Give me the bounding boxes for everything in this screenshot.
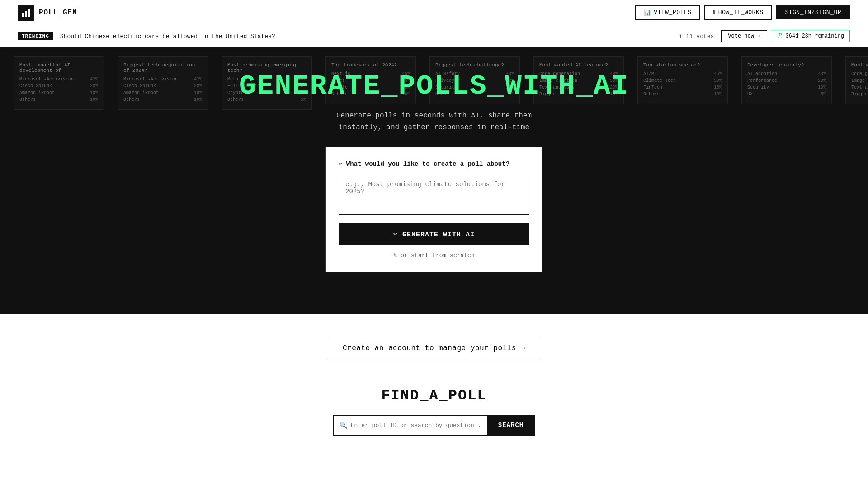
timer-badge: ⏱ 364d 23h remaining	[771, 30, 850, 42]
bg-poll-card: Biggest tech acquisition of 2024?Microso…	[118, 56, 208, 110]
how-it-works-button[interactable]: ℹ HOW_IT_WORKS	[704, 5, 772, 20]
bg-poll-item: FinTech15%	[643, 85, 722, 90]
bg-poll-item: Image creation30%	[851, 78, 868, 83]
bg-poll-title: Developer priority?	[747, 62, 826, 68]
bg-poll-item: Cisco-Splunk28%	[123, 84, 202, 89]
bg-poll-item: Others10%	[19, 97, 98, 102]
bg-poll-column: Biggest tech acquisition of 2024?Microso…	[118, 56, 208, 305]
search-row: 🔍 SEARCH	[0, 415, 868, 436]
find-poll-section: FIND_A_POLL 🔍 SEARCH	[0, 387, 868, 436]
logo-text: POLL_GEN	[39, 9, 77, 17]
bg-poll-card: Most wanted AI feature?Code generation42…	[845, 56, 868, 104]
nav-buttons: 📊 VIEW_POLLS ℹ HOW_IT_WORKS SIGN_IN/SIGN…	[635, 5, 850, 20]
navbar: POLL_GEN 📊 VIEW_POLLS ℹ HOW_IT_WORKS SIG…	[0, 0, 868, 25]
bg-poll-column: Most wanted AI feature?Code generation42…	[845, 56, 868, 305]
bg-poll-item: Cisco-Splunk28%	[19, 84, 98, 89]
bg-poll-item: Security10%	[747, 85, 826, 90]
ticker-votes: ⬆ 11 votes	[679, 33, 714, 40]
bg-poll-title: Top startup sector?	[643, 62, 722, 68]
bg-poll-item: Others10%	[123, 97, 202, 102]
svg-rect-2	[28, 9, 30, 17]
timer-icon: ⏱	[777, 33, 783, 40]
start-from-scratch-link[interactable]: ✎ or start from scratch	[339, 252, 529, 259]
svg-rect-1	[25, 11, 27, 17]
trending-badge: TRENDING	[18, 32, 53, 40]
bg-poll-card: Developer priority?AI adoption40%Perform…	[741, 56, 832, 104]
bg-poll-item: Performance20%	[747, 78, 826, 83]
bg-poll-title: Most impactful AI development of	[19, 62, 98, 73]
poll-creation-card: ✂ What would you like to create a poll a…	[326, 147, 542, 272]
create-account-button[interactable]: Create an account to manage your polls →	[326, 337, 542, 360]
search-input[interactable]	[333, 415, 487, 436]
sign-in-button[interactable]: SIGN_IN/SIGN_UP	[776, 5, 850, 19]
bg-poll-column: Most impactful AI development ofMicrosof…	[14, 56, 104, 305]
bg-poll-title: Biggest tech acquisition of 2024?	[123, 62, 202, 73]
ticker-bar: TRENDING Should Chinese electric cars be…	[0, 25, 868, 47]
bg-poll-item: AI adoption40%	[747, 71, 826, 76]
bg-poll-item: UX5%	[747, 92, 826, 97]
bg-poll-item: Code generation42%	[851, 71, 868, 76]
poll-topic-input[interactable]	[339, 174, 529, 215]
card-label: ✂ What would you like to create a poll a…	[339, 160, 529, 168]
bg-poll-item: Text analysis20%	[851, 85, 868, 90]
search-button[interactable]: SEARCH	[487, 415, 535, 436]
bg-poll-item: AI/ML45%	[643, 71, 722, 76]
bg-poll-card: Most impactful AI development ofMicrosof…	[14, 56, 104, 110]
chart-icon: 📊	[644, 9, 651, 16]
hero-subtitle: Generate polls in seconds with AI, share…	[239, 110, 629, 133]
hero-section: Most impactful AI development ofMicrosof…	[0, 47, 868, 314]
view-polls-button[interactable]: 📊 VIEW_POLLS	[635, 5, 700, 20]
bg-poll-item: Microsoft-Activision42%	[19, 77, 98, 82]
logo-icon	[18, 5, 34, 21]
bg-poll-item: Climate Tech30%	[643, 78, 722, 83]
generate-ai-button[interactable]: ✂ GENERATE_WITH_AI	[339, 223, 529, 245]
bg-poll-title: Most wanted AI feature?	[851, 62, 868, 68]
find-poll-title: FIND_A_POLL	[0, 387, 868, 404]
ticker-actions: Vote now → ⏱ 364d 23h remaining	[721, 30, 850, 42]
ticker-question: Should Chinese electric cars be allowed …	[60, 33, 668, 40]
bg-poll-item: Amazon-iRobot10%	[123, 90, 202, 95]
logo[interactable]: POLL_GEN	[18, 5, 77, 21]
bg-poll-item: Microsoft-Activision42%	[123, 77, 202, 82]
bg-poll-column: Top startup sector?AI/ML45%Climate Tech3…	[637, 56, 728, 305]
hero-title: GENERATE_POLLS_WITH_AI	[239, 70, 629, 102]
search-icon: 🔍	[340, 422, 347, 429]
vote-now-button[interactable]: Vote now →	[721, 30, 767, 42]
bg-poll-card: Top startup sector?AI/ML45%Climate Tech3…	[637, 56, 728, 104]
search-input-wrap: 🔍	[333, 415, 487, 436]
info-icon: ℹ	[713, 9, 716, 16]
svg-rect-0	[22, 13, 24, 17]
bg-poll-item: Others10%	[643, 92, 722, 97]
bg-poll-column: Developer priority?AI adoption40%Perform…	[741, 56, 832, 305]
hero-content: GENERATE_POLLS_WITH_AI Generate polls in…	[239, 47, 629, 272]
lower-section: Create an account to manage your polls →…	[0, 314, 868, 463]
bg-poll-item: Amazon-iRobot10%	[19, 90, 98, 95]
bg-poll-item: Bigger10%	[851, 92, 868, 97]
